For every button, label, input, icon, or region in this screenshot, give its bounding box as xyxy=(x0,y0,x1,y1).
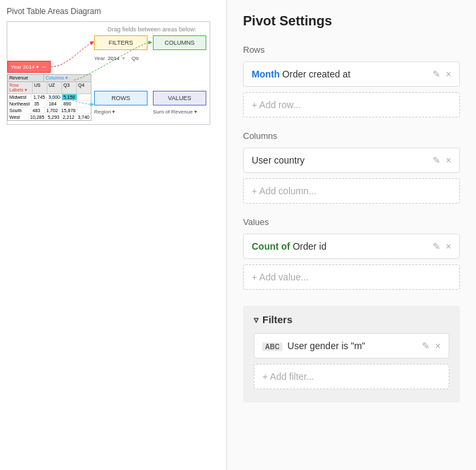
values-field-suffix: Order id xyxy=(290,241,326,252)
columns-field-text: User country xyxy=(252,155,433,166)
rows-area: ROWS xyxy=(94,91,148,105)
region-field: Region ▾ xyxy=(94,107,148,116)
rows-edit-icon[interactable]: ✎ xyxy=(433,69,441,79)
filters-section: ▿ Filters ABC User gender is "m" ✎ × + A… xyxy=(243,306,460,403)
filters-edit-icon[interactable]: ✎ xyxy=(422,341,430,350)
values-section-label: Values xyxy=(243,217,460,227)
filters-area: FILTERS xyxy=(94,35,148,50)
add-row-button[interactable]: + Add row... xyxy=(243,92,460,118)
rows-section-label: Rows xyxy=(243,45,460,55)
diagram-title: Pivot Table Areas Diagram xyxy=(7,7,220,16)
rows-field-text: Month Order created at xyxy=(252,69,433,79)
values-edit-icon[interactable]: ✎ xyxy=(433,242,441,251)
rows-field-actions: ✎ × xyxy=(433,69,451,79)
filters-field-text: ABC User gender is "m" xyxy=(262,340,422,351)
values-field-pill: Count of Order id ✎ × xyxy=(243,234,460,259)
drag-hint: Drag fields between areas below: xyxy=(94,26,210,33)
columns-field-actions: ✎ × xyxy=(433,156,451,165)
year-filter-row: Year 2014 ▾ Qtr xyxy=(94,53,148,63)
filters-close-icon[interactable]: × xyxy=(435,341,441,350)
columns-close-icon[interactable]: × xyxy=(446,156,451,165)
values-area: VALUES xyxy=(153,91,206,105)
rows-field-pill: Month Order created at ✎ × xyxy=(243,61,460,87)
filters-field-value: User gender is "m" xyxy=(285,340,365,351)
columns-edit-icon[interactable]: ✎ xyxy=(433,156,441,165)
rows-field-keyword: Month xyxy=(252,69,280,79)
pivot-diagram-panel: Pivot Table Areas Diagram Drag fields be… xyxy=(0,0,227,470)
filters-section-title: ▿ Filters xyxy=(254,314,449,325)
abc-badge: ABC xyxy=(262,342,282,351)
year-box: Year 2014 ▾ ← xyxy=(7,61,51,73)
values-field-actions: ✎ × xyxy=(433,242,451,251)
settings-title: Pivot Settings xyxy=(243,13,460,29)
values-close-icon[interactable]: × xyxy=(446,242,451,251)
add-value-button[interactable]: + Add value... xyxy=(243,264,460,290)
filters-field-pill: ABC User gender is "m" ✎ × xyxy=(254,333,449,359)
pivot-diagram: Drag fields between areas below: FILTERS… xyxy=(7,21,210,125)
pivot-mini-table: Revenue Columns ▾ Row Labels ▾ US UZ Q3 … xyxy=(7,74,91,121)
columns-section-label: Columns xyxy=(243,131,460,141)
pivot-settings-panel: Pivot Settings Rows Month Order created … xyxy=(227,0,476,470)
filter-funnel-icon: ▿ xyxy=(254,314,258,325)
filters-field-actions: ✎ × xyxy=(422,341,441,350)
values-field-keyword: Count of xyxy=(252,241,290,252)
add-filter-button[interactable]: + Add filter... xyxy=(254,364,449,389)
sum-revenue-field: Sum of Revenue ▾ xyxy=(153,107,210,116)
columns-area: COLUMNS xyxy=(153,35,206,50)
rows-close-icon[interactable]: × xyxy=(446,69,451,79)
values-field-text: Count of Order id xyxy=(252,241,433,252)
columns-field-pill: User country ✎ × xyxy=(243,148,460,173)
add-column-button[interactable]: + Add column... xyxy=(243,178,460,204)
rows-field-suffix: Order created at xyxy=(280,69,350,79)
